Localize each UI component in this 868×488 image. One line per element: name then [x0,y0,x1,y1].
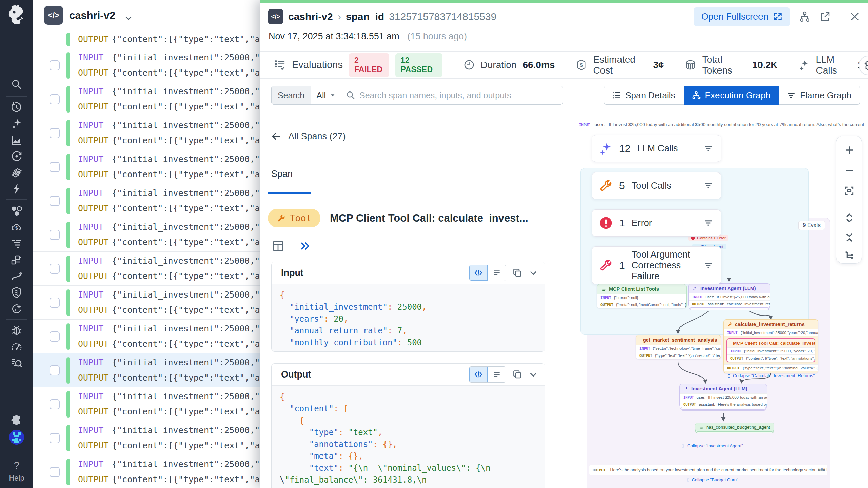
project-selector[interactable]: cashri-v2 [69,9,115,22]
code-view-button[interactable] [469,265,488,281]
copy-icon[interactable] [512,369,522,380]
row-checkbox[interactable] [50,331,60,342]
node-investment-agent-2[interactable]: Investment Agent (LLM) INPUTuser:If I in… [679,384,767,408]
zoom-in-button[interactable] [844,145,855,156]
card-error[interactable]: 1 Error [592,209,721,237]
tab-span-details[interactable]: Span Details [604,86,684,105]
text-view-button[interactable] [488,367,506,382]
node-calculate-investment-returns[interactable]: calculate_investment_returns INPUT{"init… [723,319,818,373]
input-json[interactable]: { "initial_investment": 25000, "years": … [272,284,545,351]
evals-badge[interactable]: 9 Evals [798,221,825,230]
expand-panel-icon[interactable] [299,240,311,252]
span-list-row[interactable]: INPUT{"initial_investment":25000," OUTPU… [33,82,260,116]
graph-root-input-row[interactable]: INPUT user: If I invest $25,000 today wi… [576,121,865,129]
span-list-row[interactable]: INPUT{"initial_investment":25000," OUTPU… [33,387,260,421]
table-view-icon[interactable] [272,240,284,252]
node-mcp-client-tool-call[interactable]: MCP Client Tool Call: calculate_investme… [726,338,815,362]
collapse-chevron-icon[interactable] [529,370,538,379]
row-checkbox[interactable] [50,399,60,409]
layers-icon[interactable] [11,167,22,178]
span-list-row[interactable]: OUTPUT{"content":[{"type":"text","a [33,31,260,48]
card-tool-argument-failure[interactable]: 1 Tool Argument Correctness Failure [592,246,721,284]
tab-execution-graph[interactable]: Execution Graph [684,86,779,105]
history-icon[interactable] [11,102,22,113]
log-search-icon[interactable] [11,357,22,369]
bug-icon[interactable] [11,325,22,336]
span-list-row[interactable]: INPUT{"initial_investment":25000," OUTPU… [33,421,260,455]
tree-layout-button[interactable] [844,250,855,261]
row-checkbox[interactable] [50,264,60,274]
tab-span[interactable]: Span [271,169,293,179]
cloud-cost-icon[interactable]: $ [11,222,22,233]
close-icon[interactable] [849,11,861,22]
passed-badge[interactable]: 12 PASSED [395,53,442,77]
expand-all-button[interactable] [844,212,855,223]
node-mcp-client-list-tools[interactable]: MCP Client List Tools INPUT{"cursor": nu… [597,284,687,308]
filter-icon[interactable] [703,143,713,154]
user-avatar[interactable] [9,430,24,445]
gauge-icon[interactable] [11,341,22,352]
node-investment-agent-1[interactable]: Investment Agent (LLM) INPUTuser:If I in… [688,283,770,308]
filter-icon[interactable] [703,181,713,191]
row-checkbox[interactable] [50,433,60,443]
collapse-calculate-returns-link[interactable]: Collapse "Calculate_Investment_Returns" [724,371,818,380]
filter-icon[interactable] [703,218,713,228]
hexagons-icon[interactable] [11,205,22,217]
workflows-icon[interactable] [11,254,22,266]
code-view-button[interactable] [469,367,488,382]
span-list-row[interactable]: INPUT{"initial_investment":25000," OUTPU… [33,353,260,387]
project-chip-icon[interactable]: </> [44,6,63,25]
span-list-row[interactable]: INPUT{"initial_investment":25000," OUTPU… [33,150,260,184]
help-button[interactable]: ? Help [0,460,33,483]
trace-tree-icon[interactable] [799,11,810,22]
filter-icon[interactable] [703,260,713,270]
breadcrumb-project[interactable]: cashri-v2 [288,11,333,22]
card-tool-calls[interactable]: 5 Tool Calls [592,172,721,199]
row-checkbox[interactable] [50,196,60,206]
bits-ai-icon[interactable] [11,303,22,314]
node-get-market-sentiment[interactable]: get_market_sentiment_analysis INPUT{"sec… [636,335,721,359]
row-checkbox[interactable] [50,60,60,70]
span-list-row[interactable]: INPUT{"initial_investment":25000," OUTPU… [33,184,260,218]
collapse-budget-guru-link[interactable]: Collapse "Budget Guru" [671,477,753,482]
search-input[interactable] [359,90,558,100]
chevron-down-icon[interactable] [124,14,133,22]
span-list-row[interactable]: INPUT{"initial_investment":25000," OUTPU… [33,48,260,82]
span-list-row[interactable]: INPUT{"initial_investment":25000," OUTPU… [33,320,260,353]
failed-badge[interactable]: 2 FAILED [349,53,389,77]
row-checkbox[interactable] [50,365,60,375]
row-checkbox[interactable] [50,467,60,477]
collapse-all-button[interactable] [844,232,855,243]
span-list-row[interactable]: INPUT{"initial_investment":25000," OUTPU… [33,116,260,150]
node-has-consulted-budgeting-agent[interactable]: has_consulted_budgeting_agent [695,423,774,432]
output-json[interactable]: { "content": [ { "type": "text", "annota… [272,385,545,488]
collapse-investment-agent-link[interactable]: Collapse "Investment Agent" [671,443,753,448]
sparkles-icon[interactable] [11,118,22,129]
datadog-logo[interactable] [5,4,27,26]
row-checkbox[interactable] [50,298,60,308]
graph-root-output-row[interactable]: OUTPUT Here's the analysis based on your… [589,465,827,475]
span-list-row[interactable]: INPUT{"initial_investment":25000," OUTPU… [33,286,260,320]
zoom-out-button[interactable] [844,165,855,176]
row-checkbox[interactable] [50,128,60,138]
metrics-chart-icon[interactable] [11,134,22,146]
back-to-all-spans[interactable]: All Spans (27) [271,131,346,142]
log-filter-icon[interactable] [11,238,22,249]
span-list-row[interactable]: INPUT{"initial_investment":25000," OUTPU… [33,218,260,252]
collapse-chevron-icon[interactable] [529,268,538,278]
row-checkbox[interactable] [50,230,60,240]
text-view-button[interactable] [488,265,506,281]
span-list-row[interactable]: INPUT{"initial_investment":25000," OUTPU… [33,252,260,286]
bolt-icon[interactable] [11,183,22,195]
copy-icon[interactable] [512,268,522,278]
pipelines-icon[interactable] [11,270,22,282]
row-checkbox[interactable] [50,94,60,104]
security-shield-icon[interactable] [11,287,22,298]
search-scope-dropdown[interactable]: All [311,86,341,104]
span-list-row[interactable]: INPUT{"initial_investment":25000," OUTPU… [33,455,260,488]
tab-flame-graph[interactable]: Flame Graph [779,86,860,105]
search-icon[interactable] [11,79,22,90]
open-fullscreen-button[interactable]: Open Fullscreen [694,7,790,26]
row-checkbox[interactable] [50,162,60,172]
open-in-new-icon[interactable] [819,11,831,22]
